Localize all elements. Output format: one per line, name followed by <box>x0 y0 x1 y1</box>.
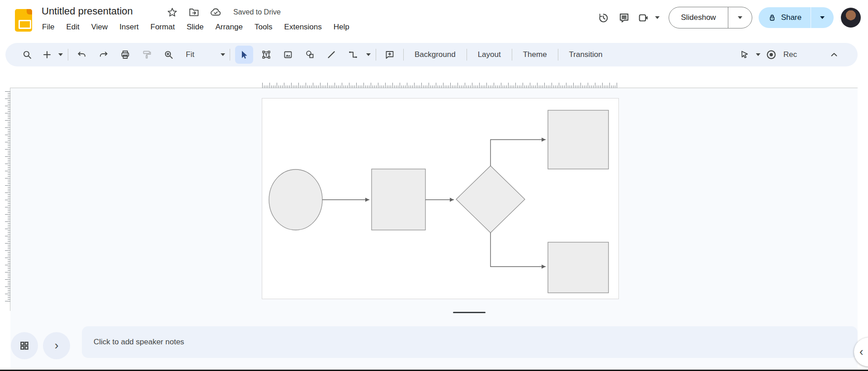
slide-shapes-svg <box>262 99 618 299</box>
connector-line[interactable] <box>491 233 546 267</box>
slides-logo-icon[interactable] <box>15 9 32 32</box>
layout-button[interactable]: Layout <box>470 43 509 66</box>
rect-shape[interactable] <box>372 169 425 230</box>
insert-image-button[interactable] <box>277 43 299 66</box>
theme-button[interactable]: Theme <box>515 43 555 66</box>
insert-connector-button[interactable] <box>342 43 364 66</box>
zoom-value: Fit <box>181 50 197 59</box>
logo-fold <box>27 9 32 14</box>
transition-button[interactable]: Transition <box>561 43 611 66</box>
rect-shape[interactable] <box>548 110 609 169</box>
saved-status[interactable]: Saved to Drive <box>233 8 281 16</box>
slide-page[interactable] <box>262 98 619 299</box>
select-tool-button[interactable] <box>235 46 253 64</box>
toolbar-divider <box>230 49 230 61</box>
menu-view[interactable]: View <box>85 20 114 34</box>
laser-pointer-button[interactable] <box>736 43 754 66</box>
connector-arrowhead <box>542 265 546 269</box>
menu-edit[interactable]: Edit <box>60 20 85 34</box>
share-label: Share <box>781 13 802 22</box>
cursor-icon <box>239 49 250 60</box>
share-options-caret[interactable] <box>811 7 834 28</box>
title-meta: Saved to Drive <box>166 6 281 18</box>
grid-view-icon <box>19 340 30 352</box>
toolbar-left-group: Fit <box>16 43 611 66</box>
collapse-toolbar-button[interactable] <box>823 43 845 66</box>
toolbar-divider <box>68 49 68 61</box>
undo-button[interactable] <box>71 43 93 66</box>
expand-filmstrip-button[interactable]: › <box>43 332 70 359</box>
new-slide-button[interactable] <box>38 43 56 66</box>
menu-tools[interactable]: Tools <box>249 20 278 34</box>
move-folder-icon[interactable] <box>188 6 200 18</box>
slideshow-button[interactable]: Slideshow <box>669 13 728 22</box>
toolbar-right-group: Rec <box>736 43 845 66</box>
background-button[interactable]: Background <box>406 43 464 66</box>
connector-arrowhead <box>450 198 454 202</box>
menu-help[interactable]: Help <box>328 20 355 34</box>
record-icon[interactable] <box>763 43 780 66</box>
toolbar-divider <box>512 49 512 61</box>
account-avatar[interactable] <box>841 8 861 28</box>
comments-icon[interactable] <box>613 7 634 28</box>
paint-format-button[interactable] <box>136 43 158 66</box>
search-menus-icon[interactable] <box>16 43 38 66</box>
connector-arrowhead <box>365 198 369 202</box>
insert-shape-button[interactable] <box>299 43 321 66</box>
document-title[interactable]: Untitled presentation <box>42 5 133 17</box>
logo-page <box>19 20 31 29</box>
menu-arrange[interactable]: Arrange <box>209 20 248 34</box>
speaker-notes[interactable]: Click to add speaker notes <box>82 326 858 358</box>
redo-button[interactable] <box>93 43 114 66</box>
share-button[interactable]: Share <box>759 13 811 22</box>
add-comment-button[interactable] <box>379 43 401 66</box>
notes-resize-handle[interactable] <box>453 312 486 313</box>
horizontal-ruler <box>262 82 618 88</box>
toolbar: Fit <box>5 43 858 66</box>
star-icon[interactable] <box>166 6 178 18</box>
zoom-caret-icon <box>221 53 225 56</box>
menubar: File Edit View Insert Format Slide Arran… <box>36 20 355 34</box>
grid-view-button[interactable] <box>11 332 38 359</box>
connector-caret-icon[interactable] <box>364 43 373 66</box>
menu-extensions[interactable]: Extensions <box>278 20 328 34</box>
meet-camera-icon[interactable] <box>634 7 652 28</box>
slideshow-split-button: Slideshow <box>669 7 752 28</box>
connector-line[interactable] <box>491 140 546 166</box>
menu-slide[interactable]: Slide <box>181 20 210 34</box>
chevron-left-icon: ‹ <box>854 346 863 357</box>
toolbar-divider <box>467 49 467 61</box>
camera-dropdown-caret-icon[interactable] <box>652 7 662 28</box>
print-button[interactable] <box>114 43 136 66</box>
slideshow-options-caret[interactable] <box>728 7 752 28</box>
google-slides-app: Untitled presentation Saved to Drive <box>0 0 868 371</box>
new-slide-caret-icon[interactable] <box>56 43 65 66</box>
speaker-notes-placeholder: Click to add speaker notes <box>82 326 858 358</box>
text-box-tool-button[interactable] <box>255 43 277 66</box>
connector-arrowhead <box>542 138 546 142</box>
rec-label[interactable]: Rec <box>783 50 797 59</box>
lock-icon <box>768 13 777 22</box>
rect-shape[interactable] <box>548 242 609 293</box>
menu-insert[interactable]: Insert <box>113 20 145 34</box>
toolbar-divider <box>403 49 404 61</box>
header: Untitled presentation Saved to Drive <box>0 0 868 43</box>
ellipse-shape[interactable] <box>269 169 322 230</box>
diamond-shape[interactable] <box>456 166 525 233</box>
saved-cloud-icon[interactable] <box>210 6 222 18</box>
share-split-button: Share <box>759 7 834 28</box>
toolbar-divider <box>376 49 376 61</box>
zoom-icon[interactable] <box>158 43 179 66</box>
laser-caret-icon[interactable] <box>754 43 763 66</box>
menu-file[interactable]: File <box>36 20 60 34</box>
header-actions: Slideshow Share <box>593 7 861 28</box>
version-history-icon[interactable] <box>593 7 613 28</box>
toolbar-divider <box>558 49 558 61</box>
chevron-right-icon: › <box>55 339 59 351</box>
insert-line-button[interactable] <box>321 43 342 66</box>
menu-format[interactable]: Format <box>145 20 181 34</box>
vertical-ruler <box>5 91 10 301</box>
zoom-select[interactable]: Fit <box>181 47 225 63</box>
